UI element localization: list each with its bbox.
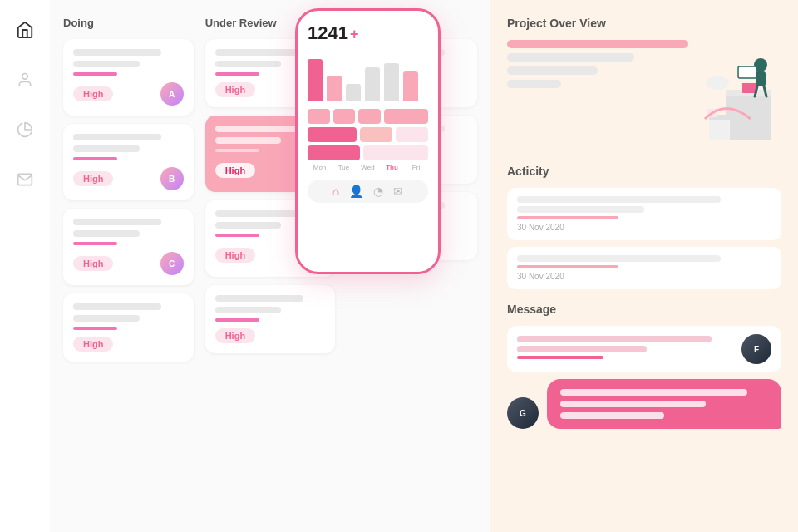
phone-calendar [308,109,428,160]
activity-line-3 [517,255,721,262]
phone-bar-chart [308,51,428,101]
card-8[interactable]: High [205,285,336,353]
message-title: Message [507,303,781,316]
avatar: C [160,252,184,275]
cal-block-7 [396,127,428,142]
cal-block-1 [308,109,330,124]
bubble-line-3 [560,412,664,419]
priority-badge: High [73,86,113,101]
project-progress-bars [507,40,688,148]
proj-bar-1 [507,40,688,48]
cal-block-8 [308,145,360,160]
bar-3 [346,84,361,101]
phone-bottom-nav[interactable]: ⌂ 👤 ◔ ✉ [308,180,428,203]
cal-block-9 [363,145,428,160]
priority-badge: High [215,328,255,343]
avatar: B [160,167,184,190]
cal-block-3 [358,109,381,124]
phone-people-icon[interactable]: 👤 [349,185,363,198]
home-nav-icon[interactable] [12,17,38,43]
bar-1 [308,59,323,101]
card-4[interactable]: High [63,293,194,362]
chart-nav-icon[interactable] [12,116,38,143]
bar-6 [403,71,418,101]
cal-block-6 [360,127,392,142]
phone-stat-number: 1241 [308,22,348,44]
activity-date-1: 30 Nov 2020 [517,223,771,232]
mail-nav-icon[interactable] [12,166,38,193]
message-sender-avatar: G [507,397,539,429]
activity-line-2 [517,206,644,213]
svg-point-0 [22,74,28,80]
svg-rect-12 [738,66,756,78]
profile-nav-icon[interactable] [12,66,38,93]
avatar: A [160,82,184,106]
activity-card-2[interactable]: 30 Nov 2020 [507,247,781,289]
priority-badge: High [73,256,113,271]
activity-line-accent-2 [517,265,618,268]
kanban-board: Doing Under Review High A [50,0,490,532]
phone-mail-icon[interactable]: ✉ [393,185,403,198]
phone-overlay: 1241 + [295,8,441,274]
main-content: Doing Under Review High A [50,0,798,532]
bubble-line-1 [560,389,747,396]
project-overview [507,40,781,148]
svg-point-13 [706,76,729,90]
phone-weekdays: Mon Tue Wed Thu Fri [308,164,428,171]
bar-2 [327,76,342,101]
card-3[interactable]: High C [63,209,194,285]
bar-4 [365,67,380,101]
column-doing: High A High B [63,39,194,370]
activity-title: Acticity [507,165,781,178]
message-bottom-row: G [507,379,781,429]
project-overview-title: Project Over View [507,17,781,30]
message-section: Message F G [507,303,781,429]
card-2[interactable]: High B [63,124,194,200]
project-illustration [698,40,781,148]
cal-block-2 [333,109,356,124]
bubble-line-2 [560,401,706,407]
proj-bar-2 [507,53,634,62]
day-wed: Wed [356,164,380,171]
activity-line-accent [517,216,618,219]
activity-line-1 [517,196,721,203]
sidebar [0,0,50,532]
phone-stat-suffix: + [350,26,359,43]
card-1[interactable]: High A [63,39,194,116]
activity-date-2: 30 Nov 2020 [517,272,771,281]
cal-block-5 [308,127,357,142]
svg-rect-8 [756,71,766,86]
msg-line-2 [517,346,647,352]
priority-badge: High [215,163,255,178]
activity-section: Acticity 30 Nov 2020 30 Nov 2020 [507,165,781,289]
day-mon: Mon [308,164,332,171]
day-tue: Tue [332,164,356,171]
phone-home-icon[interactable]: ⌂ [332,185,339,198]
day-thu: Thu [380,164,404,171]
phone-chart-icon[interactable]: ◔ [373,185,383,198]
svg-rect-1 [726,90,771,140]
message-bubble[interactable] [547,379,781,429]
cal-block-4 [384,109,428,124]
message-card-1[interactable]: F [507,326,781,372]
bar-5 [384,63,399,101]
right-panel: Project Over View [490,0,798,532]
proj-bar-3 [507,66,598,75]
activity-card-1[interactable]: 30 Nov 2020 [507,188,781,240]
col-title-doing: Doing [63,17,194,29]
proj-bar-4 [507,80,561,88]
msg-line-1 [517,336,712,342]
priority-badge: High [215,248,255,263]
day-fri: Fri [404,164,428,171]
message-content-1 [517,336,733,362]
priority-badge: High [73,171,113,186]
msg-line-accent [517,356,603,359]
priority-badge: High [215,82,255,97]
priority-badge: High [73,337,113,352]
message-avatar: F [741,334,771,364]
